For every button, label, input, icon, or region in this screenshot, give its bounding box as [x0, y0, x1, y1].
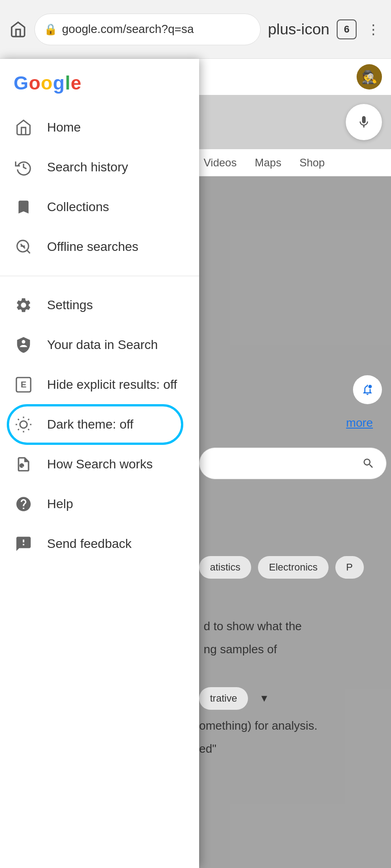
- google-topbar-right: 🕵: [195, 59, 391, 95]
- feedback-icon: [14, 534, 33, 554]
- offline-searches-label: Offline searches: [47, 240, 138, 254]
- bottom-text: omething) for analysis. ed": [199, 719, 386, 765]
- search-tabs: Videos Maps Shop: [195, 149, 391, 176]
- chip-statistics[interactable]: atistics: [199, 556, 251, 579]
- menu-section-2: Settings Your data in Search E: [0, 281, 199, 568]
- menu-divider-1: [0, 276, 199, 276]
- tab-videos[interactable]: Videos: [199, 156, 241, 169]
- main-area: 🕵 Videos Maps Shop: [0, 59, 391, 868]
- svg-line-15: [28, 419, 29, 420]
- lock-icon: 🔒: [44, 23, 57, 36]
- mini-search-box[interactable]: [199, 448, 386, 479]
- logo-letter-g: G: [14, 72, 28, 94]
- menu-item-search-history[interactable]: Search history: [0, 147, 199, 187]
- google-logo: Google: [14, 72, 186, 94]
- chip-electronics[interactable]: Electronics: [258, 556, 329, 579]
- explicit-icon: E: [14, 375, 33, 395]
- svg-line-2: [27, 250, 30, 253]
- right-side-overlay: 🕵 Videos Maps Shop: [195, 59, 391, 868]
- send-feedback-label: Send feedback: [47, 537, 132, 551]
- chips-row-1: atistics Electronics P: [195, 556, 391, 579]
- tab-shop[interactable]: Shop: [295, 156, 329, 169]
- text-line-1: d to show what the: [204, 619, 382, 633]
- browser-chrome: 🔒 google.com/search?q=sa plus-icon 6 ⋮: [0, 0, 391, 59]
- file-search-icon: [14, 454, 33, 474]
- menu-item-settings[interactable]: Settings: [0, 285, 199, 325]
- svg-line-11: [28, 429, 29, 430]
- svg-point-7: [20, 421, 27, 428]
- browser-more-button[interactable]: ⋮: [364, 20, 382, 38]
- sun-icon: [14, 415, 33, 434]
- text-content: d to show what the ng samples of: [195, 610, 391, 675]
- text-line-2: ng samples of: [204, 642, 382, 656]
- menu-item-hide-explicit[interactable]: E Hide explicit results: off: [0, 365, 199, 405]
- menu-item-home[interactable]: Home: [0, 108, 199, 147]
- help-icon: [14, 494, 33, 514]
- logo-letter-o1: o: [29, 72, 40, 94]
- menu-item-your-data[interactable]: Your data in Search: [0, 325, 199, 365]
- hide-explicit-label: Hide explicit results: off: [47, 377, 177, 392]
- logo-letter-o2: o: [41, 72, 52, 94]
- new-tab-button[interactable]: plus-icon: [268, 20, 329, 38]
- drawer-header: Google: [0, 59, 199, 103]
- browser-home-button[interactable]: [9, 20, 27, 38]
- svg-text:E: E: [21, 380, 27, 389]
- logo-letter-g2: g: [53, 72, 64, 94]
- chips-row-2: trative ▼: [195, 687, 391, 710]
- logo-letter-e: e: [71, 72, 81, 94]
- menu-item-offline-searches[interactable]: Offline searches: [0, 227, 199, 267]
- avatar[interactable]: 🕵: [357, 64, 382, 90]
- bookmark-icon: [14, 197, 33, 217]
- menu-item-help[interactable]: Help: [0, 484, 199, 524]
- shield-person-icon: [14, 335, 33, 355]
- tab-maps[interactable]: Maps: [250, 156, 286, 169]
- logo-letter-l: l: [65, 72, 70, 94]
- search-history-label: Search history: [47, 160, 128, 175]
- chip-p[interactable]: P: [335, 556, 364, 579]
- how-search-works-label: How Search works: [47, 457, 153, 472]
- dark-theme-label: Dark theme: off: [47, 417, 134, 432]
- svg-line-10: [18, 419, 19, 420]
- voice-search-button[interactable]: [346, 104, 382, 140]
- home-label: Home: [47, 120, 81, 135]
- menu-item-how-search-works[interactable]: How Search works: [0, 444, 199, 484]
- home-icon: [14, 118, 33, 137]
- address-bar[interactable]: 🔒 google.com/search?q=sa: [34, 14, 261, 45]
- side-drawer: Google Home: [0, 59, 199, 868]
- help-label: Help: [47, 497, 73, 511]
- gray-overlay: more atistics Electronics P d to show wh…: [195, 176, 391, 868]
- collections-label: Collections: [47, 200, 109, 214]
- offline-icon: [14, 237, 33, 257]
- history-icon: [14, 157, 33, 177]
- your-data-label: Your data in Search: [47, 338, 158, 352]
- svg-line-14: [18, 429, 19, 430]
- menu-section-1: Home Search history: [0, 103, 199, 271]
- settings-label: Settings: [47, 298, 93, 312]
- chip-trative[interactable]: trative: [199, 687, 248, 710]
- more-link[interactable]: more: [346, 416, 373, 430]
- menu-item-dark-theme[interactable]: Dark theme: off: [0, 405, 199, 444]
- svg-point-0: [368, 384, 372, 388]
- menu-item-send-feedback[interactable]: Send feedback: [0, 524, 199, 564]
- address-text: google.com/search?q=sa: [62, 22, 194, 36]
- tab-count-button[interactable]: 6: [337, 19, 357, 39]
- menu-item-collections[interactable]: Collections: [0, 187, 199, 227]
- notification-button[interactable]: [353, 375, 382, 404]
- gear-icon: [14, 295, 33, 315]
